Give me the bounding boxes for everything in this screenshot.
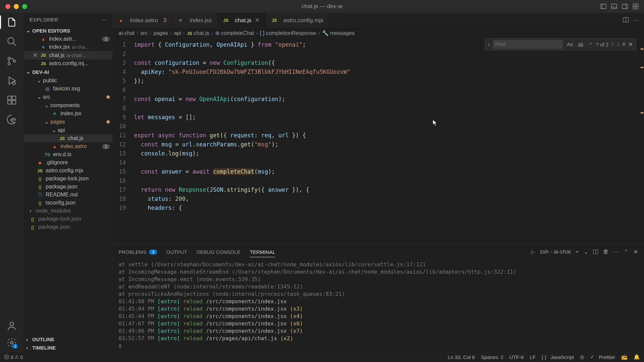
toggle-primary-sidebar-icon[interactable]	[600, 3, 606, 9]
extensions-tab-icon[interactable]	[6, 95, 17, 105]
timeline-section[interactable]: › TIMELINE	[24, 344, 112, 352]
file-item[interactable]: {}package.json	[24, 183, 112, 191]
maximize-window-button[interactable]	[22, 4, 27, 9]
status-feedback-icon[interactable]: 📻	[621, 354, 628, 360]
breadcrumbs[interactable]: ai-chat›src›pages›api›JS chat.js›⊕ compl…	[112, 28, 644, 38]
status-eol[interactable]: LF	[530, 354, 536, 360]
editor-tab[interactable]: ⚛index.jsx	[172, 13, 218, 28]
terminal-output[interactable]: at settle (/Users/stephan/Documents/dev-…	[112, 259, 644, 352]
terminal-shell-label[interactable]: zsh - ai-chat	[540, 248, 571, 255]
split-terminal-icon[interactable]	[593, 249, 598, 255]
match-word-icon[interactable]: ab	[577, 41, 585, 48]
explorer-tab-icon[interactable]	[6, 17, 17, 28]
minimize-window-button[interactable]	[14, 4, 19, 9]
file-item[interactable]: TSenv.d.ts	[24, 150, 112, 159]
edge-tab-icon[interactable]	[6, 114, 17, 125]
breadcrumb-item[interactable]: ⊕ completeChat	[215, 30, 254, 36]
file-item[interactable]: JSchat.js	[24, 134, 112, 142]
terminal-tab[interactable]: TERMINAL	[250, 249, 275, 257]
item-name: astro.config.mjs	[46, 168, 83, 174]
accounts-icon[interactable]	[6, 320, 17, 331]
breadcrumb-item[interactable]: pages	[153, 30, 168, 36]
minimap[interactable]	[634, 38, 644, 244]
close-editor-icon[interactable]: ✕	[33, 52, 38, 58]
close-window-button[interactable]	[5, 4, 10, 9]
tab-more-icon[interactable]: ⋯	[634, 17, 639, 24]
find-close-icon[interactable]: ✕	[628, 41, 633, 48]
project-section[interactable]: ⌄ DEV-AI	[24, 67, 112, 76]
folder-item[interactable]: ›node_modules	[24, 207, 112, 215]
kill-terminal-icon[interactable]: 🗑	[603, 248, 609, 255]
find-selection-icon[interactable]: ≡	[622, 41, 626, 48]
open-editor-item[interactable]: ⚛index.jsxai-cha...	[24, 43, 112, 51]
customize-layout-icon[interactable]	[633, 3, 639, 9]
status-spaces[interactable]: Spaces: 2	[481, 354, 503, 360]
file-item[interactable]: ▲index.astro3	[24, 142, 112, 150]
open-editor-item[interactable]: ✕JSchat.jsai-chat/...	[24, 51, 112, 59]
find-prev-icon[interactable]: ↑	[611, 41, 614, 48]
split-editor-icon[interactable]	[623, 17, 629, 23]
breadcrumb-item[interactable]: api	[174, 30, 181, 36]
status-errors[interactable]: ⓧ3 ⚠0	[4, 354, 23, 360]
terminal-shell-icon[interactable]: ▷	[531, 249, 535, 255]
folder-item[interactable]: ⌄components	[24, 101, 112, 109]
source-control-tab-icon[interactable]	[6, 56, 17, 66]
status-ln-col[interactable]: Ln 33, Col 6	[448, 354, 475, 360]
file-icon: ⚛	[52, 111, 58, 116]
file-item[interactable]: ▨favicon.svg	[24, 85, 112, 93]
editor-tab[interactable]: ▲index.astro3	[112, 13, 172, 28]
panel-more-icon[interactable]: ⋯	[613, 248, 619, 256]
new-terminal-icon[interactable]: +	[576, 248, 579, 255]
file-icon: ⚛	[178, 18, 184, 23]
breadcrumb-item[interactable]: JS chat.js	[187, 30, 210, 36]
breadcrumb-item[interactable]: src	[140, 30, 147, 36]
settings-gear-icon[interactable]: 1	[6, 337, 17, 348]
folder-item[interactable]: ⌄api	[24, 126, 112, 134]
status-encoding[interactable]: UTF-8	[509, 354, 524, 360]
status-copilot-icon[interactable]: ◎	[580, 354, 584, 360]
tab-label: index.astro	[130, 17, 158, 24]
problems-tab[interactable]: PROBLEMS 3	[119, 249, 157, 255]
file-item[interactable]: JSastro.config.mjs	[24, 167, 112, 175]
find-toggle-replace-icon[interactable]: ›	[488, 41, 490, 48]
match-case-icon[interactable]: Aa	[566, 41, 574, 48]
terminal-dropdown-icon[interactable]: ⌄	[584, 248, 588, 256]
breadcrumb-item[interactable]: [ ] completionResponse	[260, 30, 316, 36]
find-input[interactable]	[493, 40, 563, 49]
folder-item[interactable]: ⌄public	[24, 76, 112, 85]
search-tab-icon[interactable]	[6, 36, 17, 47]
close-panel-icon[interactable]: ✕	[633, 248, 638, 256]
code-editor[interactable]: › Aa ab .* ? of 2 ↑ ↓ ≡ ✕ 12345678910111…	[112, 38, 644, 244]
code-content[interactable]: import { Configuration, OpenAIApi } from…	[134, 38, 644, 244]
file-item[interactable]: ⓘREADME.md	[24, 191, 112, 199]
file-item[interactable]: ⚛index.jsx	[24, 109, 112, 118]
open-editor-item[interactable]: ▲index.astr...3	[24, 35, 112, 43]
toggle-secondary-sidebar-icon[interactable]	[622, 3, 628, 9]
file-item[interactable]: {}package-lock.json	[24, 175, 112, 183]
toggle-panel-icon[interactable]	[611, 3, 617, 9]
explorer-more-icon[interactable]: ⋯	[101, 16, 107, 22]
debug-console-tab[interactable]: DEBUG CONSOLE	[196, 249, 240, 255]
status-bell-icon[interactable]: 🔔	[634, 354, 640, 360]
breadcrumb-item[interactable]: ai-chat	[119, 30, 135, 36]
find-next-icon[interactable]: ↓	[617, 41, 620, 48]
outline-section[interactable]: › OUTLINE	[24, 335, 112, 344]
editor-tab[interactable]: JSastro.config.mjs	[266, 13, 329, 28]
output-tab[interactable]: OUTPUT	[167, 249, 187, 255]
file-item[interactable]: ◆.gitignore	[24, 159, 112, 167]
file-item[interactable]: {}tsconfig.json	[24, 199, 112, 207]
run-debug-tab-icon[interactable]	[6, 75, 17, 86]
status-prettier[interactable]: ✓ Prettier	[590, 354, 615, 360]
open-editors-section[interactable]: ⌄ OPEN EDITORS	[24, 26, 112, 35]
file-item[interactable]: {}package.json	[24, 223, 112, 231]
regex-icon[interactable]: .*	[587, 41, 593, 48]
maximize-panel-icon[interactable]: ⌃	[624, 248, 629, 256]
folder-item[interactable]: ⌄pages	[24, 118, 112, 126]
editor-tab[interactable]: JSchat.js✕	[218, 13, 266, 28]
open-editor-item[interactable]: JSastro.config.mj...	[24, 59, 112, 67]
status-language[interactable]: { } JavaScript	[542, 354, 574, 360]
breadcrumb-item[interactable]: 🔧 messages	[322, 30, 355, 36]
close-tab-icon[interactable]: ✕	[255, 17, 260, 24]
file-item[interactable]: {}package-lock.json	[24, 215, 112, 223]
folder-item[interactable]: ⌄src	[24, 93, 112, 101]
